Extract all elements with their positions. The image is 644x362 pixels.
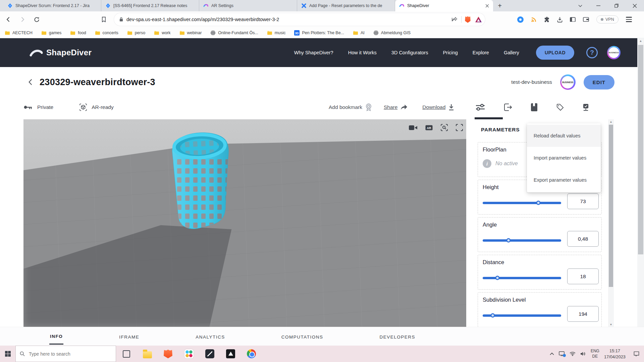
bookmark-item[interactable]: games [41,30,62,36]
zoom-extents-icon[interactable] [441,124,448,131]
nav-link-3d-configurators[interactable]: 3D Configurators [391,50,428,55]
browser-tab[interactable]: ShapeDiver Scrum: Frontend 2.17 - Jira [3,0,101,11]
menu-item-reload-default-values[interactable]: Reload default values [527,125,601,147]
slider-thumb[interactable] [491,313,495,318]
download-arrow-icon[interactable] [448,104,454,111]
taskbar-notes-app-button[interactable] [199,346,220,362]
brave-shield-icon[interactable] [465,16,471,23]
slider-thumb[interactable] [506,238,511,243]
minimize-button[interactable] [595,2,602,9]
bookmark-item[interactable]: Online-Fundamt Ös... [210,30,258,36]
taskbar-capture-app-button[interactable] [220,346,241,362]
taskbar-search[interactable] [15,346,116,362]
nav-link-explore[interactable]: Explore [473,50,489,55]
library-icon[interactable] [531,103,538,111]
scroll-down-icon[interactable]: ▼ [608,322,614,327]
reload-button[interactable] [31,14,42,25]
share-arrow-icon[interactable] [400,104,408,110]
bookmark-item[interactable]: music [267,30,286,36]
upload-button[interactable]: UPLOAD [536,46,574,60]
medal-icon[interactable] [366,103,372,111]
tab-computations[interactable]: COMPUTATIONS [281,329,324,344]
bookmark-flag-icon[interactable] [98,14,109,25]
tab-developers[interactable]: DEVELOPERS [379,329,416,344]
wifi-icon[interactable] [570,352,576,356]
wallet-icon[interactable] [583,17,589,22]
scroll-up-icon[interactable]: ▲ [637,39,644,43]
bookmark-item[interactable]: 3DPen Plotters: The Be... [294,30,344,36]
taskbar-file-explorer-button[interactable] [137,346,158,362]
slider-track[interactable] [483,239,561,242]
url-text[interactable]: dev-spa.us-east-1.shapediver.com/app/m/2… [126,17,451,22]
maximize-button[interactable] [613,2,620,9]
slider-track[interactable] [483,314,561,317]
forward-button[interactable] [17,14,28,25]
new-tab-button[interactable]: + [495,1,504,10]
rss-icon[interactable] [531,17,537,22]
3d-viewport[interactable]: AR [23,119,466,327]
share-link[interactable]: Share [384,104,397,110]
tab-iframe[interactable]: IFRAME [118,329,140,344]
bookmark-item[interactable]: food [70,30,86,36]
panel-scrollbar[interactable]: ▲ ▼ [608,119,614,327]
nav-link-gallery[interactable]: Gallery [504,50,519,55]
browser-tab[interactable]: AR Settings [199,0,297,11]
nav-link-how-it-works[interactable]: How it Works [348,50,377,55]
menu-item-export-parameter-values[interactable]: Export parameter values [527,169,601,191]
vpn-badge[interactable]: VPN [596,15,619,23]
tab-info[interactable]: INFO [49,328,63,345]
slider-thumb[interactable] [536,201,541,205]
bat-rewards-icon[interactable] [475,17,482,22]
download-icon[interactable] [557,17,562,22]
avatar[interactable]: BUSINESS [607,46,621,59]
menu-hamburger-icon[interactable] [626,17,632,22]
tags-icon[interactable] [556,104,564,111]
taskbar-chrome-button[interactable] [241,346,262,362]
fullscreen-icon[interactable] [456,124,463,131]
taskbar-clock[interactable]: 15:17 17/04/2023 [604,348,626,360]
scroll-up-icon[interactable]: ▲ [608,119,614,124]
url-bar[interactable]: dev-spa.us-east-1.shapediver.com/app/m/2… [114,13,485,26]
close-window-button[interactable] [631,2,638,9]
parameters-sliders-icon[interactable] [475,103,485,111]
panel-scrollbar-thumb[interactable] [609,125,613,287]
browser-tab[interactable]: [SS-6465] Frontend 2.17 Release notes [101,0,199,11]
back-button[interactable] [3,14,14,25]
parameter-value-input[interactable]: 73 [567,193,599,209]
browser-tab[interactable]: Add Page - Reset parameters to the de [297,0,395,11]
ar-view-icon[interactable]: AR [425,125,433,130]
onepassword-icon[interactable] [517,16,524,23]
sidebar-icon[interactable] [570,17,576,22]
tab-analytics[interactable]: ANALYTICS [195,329,226,344]
bookmark-item[interactable]: Abmeldung GIS [373,30,411,36]
search-input[interactable] [28,351,105,357]
page-scrollbar-thumb[interactable] [638,45,643,254]
back-chevron-button[interactable] [28,79,32,85]
bookmark-item[interactable]: AI [353,30,365,36]
speaker-icon[interactable] [580,352,586,356]
parameter-value-input[interactable]: 0,48 [567,231,599,247]
taskbar-task-view-button[interactable] [116,346,137,362]
help-button[interactable]: ? [586,47,598,58]
display-sync-icon[interactable] [559,351,565,356]
parameter-value-input[interactable]: 18 [567,268,599,284]
video-camera-icon[interactable] [409,125,417,130]
bookmark-item[interactable]: AECTECH [5,30,33,36]
edit-button[interactable]: EDIT [584,75,614,89]
taskbar-brave-button[interactable] [158,346,178,362]
nav-link-why-shapediver-[interactable]: Why ShapeDiver? [294,50,333,55]
slider-track[interactable] [483,202,561,204]
action-center-icon[interactable] [634,351,639,356]
language-switcher[interactable]: ENG DE [591,349,599,359]
bookmark-item[interactable]: concerts [95,30,118,36]
shapediver-logo[interactable]: ShapeDiver [30,48,92,57]
add-bookmark-button[interactable]: Add bookmark [329,104,362,110]
export-icon[interactable] [504,104,512,111]
model-states-icon[interactable] [583,104,589,111]
slider-thumb[interactable] [495,276,500,280]
tab-search-chevron-icon[interactable] [577,2,584,9]
page-scrollbar[interactable]: ▲ [637,38,644,345]
menu-item-import-parameter-values[interactable]: Import parameter values [527,147,601,169]
slider-track[interactable] [483,277,561,279]
puzzle-extension-icon[interactable] [544,17,550,22]
